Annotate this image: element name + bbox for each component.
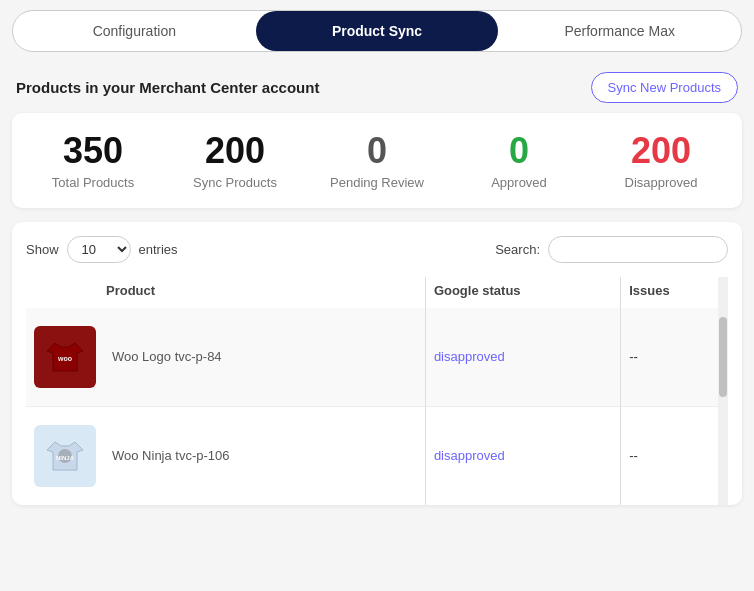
issues-cell-1: -- (621, 406, 728, 505)
google-status-cell-0: disapproved (425, 308, 620, 407)
search-input[interactable] (548, 236, 728, 263)
entries-label: entries (139, 242, 178, 257)
stats-card: 350 Total Products 200 Sync Products 0 P… (12, 113, 742, 208)
stat-pending-value: 0 (306, 131, 448, 171)
status-badge-1: disapproved (434, 448, 505, 463)
table-header: Product Google status Issues (26, 277, 728, 308)
show-label: Show (26, 242, 59, 257)
tshirt-red-icon: woo (41, 333, 89, 381)
issues-cell-0: -- (621, 308, 728, 407)
stat-pending-label: Pending Review (306, 175, 448, 190)
table-wrapper: Product Google status Issues woo (26, 277, 728, 505)
svg-text:NINJA: NINJA (56, 455, 75, 461)
product-name-1: Woo Ninja tvc-p-106 (112, 448, 230, 463)
product-table: Product Google status Issues woo (26, 277, 728, 505)
table-body: woo Woo Logo tvc-p-84 disapproved -- (26, 308, 728, 505)
stat-disapproved-label: Disapproved (590, 175, 732, 190)
product-thumb-0: woo (34, 326, 96, 388)
product-cell-0: woo Woo Logo tvc-p-84 (26, 308, 425, 407)
product-name-0: Woo Logo tvc-p-84 (112, 349, 222, 364)
table-controls: Show 10 25 50 100 entries Search: (26, 236, 728, 263)
stat-pending: 0 Pending Review (306, 131, 448, 190)
table-section: Show 10 25 50 100 entries Search: Produc… (12, 222, 742, 505)
scrollbar-thumb[interactable] (719, 317, 727, 397)
entries-select[interactable]: 10 25 50 100 (67, 236, 131, 263)
stat-disapproved-value: 200 (590, 131, 732, 171)
tab-product-sync[interactable]: Product Sync (256, 11, 499, 51)
product-thumb-1: NINJA (34, 425, 96, 487)
stat-approved-label: Approved (448, 175, 590, 190)
stat-sync-value: 200 (164, 131, 306, 171)
stat-total-label: Total Products (22, 175, 164, 190)
search-row: Search: (495, 236, 728, 263)
status-badge-0: disapproved (434, 349, 505, 364)
tshirt-light-icon: NINJA (41, 432, 89, 480)
stat-disapproved: 200 Disapproved (590, 131, 732, 190)
search-label: Search: (495, 242, 540, 257)
sync-new-products-button[interactable]: Sync New Products (591, 72, 738, 103)
stat-sync: 200 Sync Products (164, 131, 306, 190)
stat-sync-label: Sync Products (164, 175, 306, 190)
google-status-cell-1: disapproved (425, 406, 620, 505)
product-cell-1: NINJA Woo Ninja tvc-p-106 (26, 406, 425, 505)
col-header-google-status: Google status (425, 277, 620, 308)
tab-performance-max[interactable]: Performance Max (498, 11, 741, 51)
svg-text:woo: woo (57, 355, 72, 362)
stat-approved-value: 0 (448, 131, 590, 171)
stat-total-value: 350 (22, 131, 164, 171)
page-title: Products in your Merchant Center account (16, 79, 319, 96)
header-row: Products in your Merchant Center account… (0, 62, 754, 113)
table-row: NINJA Woo Ninja tvc-p-106 disapproved -- (26, 406, 728, 505)
col-header-product: Product (26, 277, 425, 308)
col-header-issues: Issues (621, 277, 728, 308)
stat-approved: 0 Approved (448, 131, 590, 190)
table-row: woo Woo Logo tvc-p-84 disapproved -- (26, 308, 728, 407)
tab-configuration[interactable]: Configuration (13, 11, 256, 51)
stat-total: 350 Total Products (22, 131, 164, 190)
scrollbar-track (718, 277, 728, 505)
tab-bar: Configuration Product Sync Performance M… (12, 10, 742, 52)
show-entries-control: Show 10 25 50 100 entries (26, 236, 178, 263)
